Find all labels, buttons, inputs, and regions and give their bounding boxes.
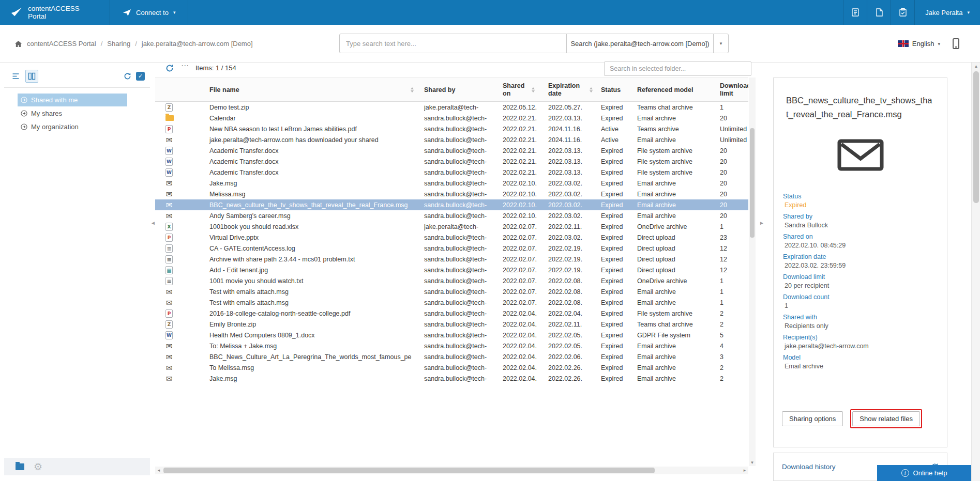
breadcrumb-sharing[interactable]: Sharing bbox=[107, 40, 130, 48]
table-row[interactable]: To: Melissa + Jake.msgsandra.bullock@tec… bbox=[155, 340, 748, 351]
download-limit-cell: 4 bbox=[720, 343, 748, 350]
detail-label: Shared with bbox=[783, 314, 938, 321]
connect-to-label: Connect to bbox=[136, 9, 169, 17]
sidebar-item-shared-with-me[interactable]: Shared with me bbox=[18, 94, 127, 106]
page-scrollbar[interactable]: ▲ bbox=[971, 63, 980, 481]
table-row[interactable]: Calendarsandra.bullock@tech-2022.02.21.2… bbox=[155, 113, 748, 123]
text-file-icon bbox=[165, 244, 173, 253]
collapse-panel-handle[interactable]: ► bbox=[759, 220, 764, 226]
list-view-button[interactable] bbox=[9, 70, 22, 83]
table-row[interactable]: CA - GATE.contentAccess.logsandra.bulloc… bbox=[155, 243, 748, 254]
details-title: BBC_news_culture_the_tv_shows_that_revea… bbox=[774, 78, 947, 121]
table-row[interactable]: Emily Bronte.zipsandra.bullock@tech-2022… bbox=[155, 319, 748, 330]
column-view-button[interactable] bbox=[25, 70, 38, 83]
column-header-referenced-model[interactable]: Referenced model bbox=[637, 86, 720, 94]
column-header-file-name[interactable]: File name bbox=[209, 86, 424, 94]
app-logo[interactable]: contentACCESS Portal bbox=[0, 0, 110, 25]
table-row[interactable]: Melissa.msgsandra.bullock@tech-2022.02.1… bbox=[155, 189, 748, 199]
table-row[interactable]: 2016-18-college-catalog-north-seattle-co… bbox=[155, 308, 748, 319]
expand-arrow-icon bbox=[21, 110, 27, 117]
scrollbar-thumb[interactable] bbox=[163, 468, 655, 473]
sort-icon[interactable] bbox=[532, 87, 535, 92]
text-file-icon bbox=[165, 277, 173, 285]
table-row[interactable]: To Melissa.msgsandra.bullock@tech-2022.0… bbox=[155, 362, 748, 373]
refresh-tree-button[interactable] bbox=[124, 72, 131, 80]
table-row[interactable]: Test with emails attach.msgsandra.bulloc… bbox=[155, 286, 748, 297]
table-row[interactable]: jake.peralta@tech-arrow.com has download… bbox=[155, 134, 748, 145]
table-row[interactable]: Add - Edit tenant.jpgsandra.bullock@tech… bbox=[155, 265, 748, 275]
column-header-download-limit[interactable]: Download limit bbox=[720, 82, 748, 97]
table-row[interactable]: Test with emails attach.msgsandra.bulloc… bbox=[155, 297, 748, 308]
email-file-icon bbox=[165, 299, 173, 307]
export-report-button[interactable] bbox=[843, 0, 867, 25]
scroll-down-arrow-icon[interactable]: ▼ bbox=[749, 460, 756, 465]
detail-value: 1 bbox=[783, 302, 938, 309]
user-menu[interactable]: Jake Peralta ▾ bbox=[914, 0, 980, 25]
settings-gear-icon[interactable]: ⚙ bbox=[34, 462, 42, 472]
home-icon[interactable] bbox=[14, 40, 22, 48]
collapse-sidebar-handle[interactable]: ◄ bbox=[150, 220, 156, 226]
breadcrumb-portal[interactable]: contentACCESS Portal bbox=[27, 40, 96, 48]
show-related-files-button[interactable]: Show related files bbox=[852, 411, 920, 426]
column-header-status[interactable]: Status bbox=[601, 86, 637, 94]
download-limit-cell: 2 bbox=[720, 310, 748, 317]
table-row[interactable]: Health Med Computers 0809_1.docxsandra.b… bbox=[155, 330, 748, 340]
scroll-up-arrow-icon[interactable]: ▲ bbox=[972, 64, 980, 69]
email-file-icon bbox=[165, 342, 173, 350]
table-row[interactable]: Archive with share path 2.3.44 - mcs01 p… bbox=[155, 254, 748, 265]
table-vertical-scrollbar[interactable]: ▼ bbox=[749, 77, 756, 466]
scroll-right-arrow-icon[interactable]: ▸ bbox=[741, 467, 748, 474]
table-row[interactable]: New NBA season to test LeBron James abil… bbox=[155, 123, 748, 134]
sidebar-item-my-shares[interactable]: My shares bbox=[18, 107, 127, 120]
status-cell: Expired bbox=[601, 180, 637, 187]
shared-by-cell: jake.peralta@tech- bbox=[424, 104, 503, 111]
tasks-button[interactable] bbox=[891, 0, 914, 25]
email-file-icon bbox=[165, 190, 173, 198]
table-row[interactable]: Virtual Drive.pptxsandra.bullock@tech-20… bbox=[155, 232, 748, 243]
download-limit-cell: 20 bbox=[720, 191, 748, 198]
column-header-shared-by[interactable]: Shared by bbox=[424, 86, 503, 94]
sort-icon[interactable] bbox=[590, 87, 593, 92]
file-name-cell: Archive with share path 2.3.44 - mcs01 p… bbox=[209, 256, 424, 263]
search-button[interactable]: Search (jake.peralta@tech-arrow.com [Dem… bbox=[566, 34, 714, 53]
column-header-shared-on[interactable]: Shared on bbox=[503, 82, 548, 97]
table-row[interactable]: Demo test.zipjake.peralta@tech-2022.05.1… bbox=[155, 102, 748, 113]
sharing-options-button[interactable]: Sharing options bbox=[782, 411, 843, 426]
online-help-button[interactable]: i Online help bbox=[877, 465, 971, 481]
scrollbar-thumb[interactable] bbox=[750, 128, 755, 238]
select-mode-button[interactable]: ✓ bbox=[136, 72, 145, 81]
email-file-icon bbox=[837, 137, 884, 173]
mobile-icon[interactable] bbox=[953, 38, 959, 49]
referenced-model-cell: File system archive bbox=[637, 158, 720, 165]
more-options-button[interactable]: ⋯ bbox=[181, 61, 189, 70]
sidebar-item-my-organization[interactable]: My organization bbox=[18, 120, 127, 133]
detail-value: 2022.03.02. 23:59:59 bbox=[783, 262, 938, 269]
table-row[interactable]: Academic Transfer.docxsandra.bullock@tec… bbox=[155, 145, 748, 156]
folder-icon[interactable] bbox=[16, 463, 24, 470]
table-horizontal-scrollbar[interactable]: ◂ ▸ bbox=[155, 467, 748, 474]
detail-value: Sandra Bullock bbox=[783, 222, 938, 229]
column-header-expiration-date[interactable]: Expiration date bbox=[548, 82, 601, 97]
search-input[interactable] bbox=[339, 34, 567, 53]
folder-search-input[interactable] bbox=[604, 61, 751, 76]
scroll-left-arrow-icon[interactable]: ◂ bbox=[155, 467, 162, 474]
language-selector[interactable]: English ▾ bbox=[898, 40, 940, 48]
table-row[interactable]: 1001 movie you should watch.txtsandra.bu… bbox=[155, 275, 748, 286]
detail-value: jake.peralta@tech-arrow.com bbox=[783, 343, 938, 350]
expiration-date-cell: 2022.02.08. bbox=[548, 299, 601, 306]
table-row[interactable]: 1001book you should read.xlsxjake.peralt… bbox=[155, 221, 748, 232]
table-row[interactable]: BBC_news_culture_the_tv_shows_that_revea… bbox=[155, 199, 748, 210]
table-row[interactable]: BBC_News_Culture_Art_La_Peregrina_The_wo… bbox=[155, 351, 748, 362]
table-row[interactable]: Andy Samberg's career.msgsandra.bullock@… bbox=[155, 210, 748, 221]
table-row[interactable]: Jake.msgsandra.bullock@tech-2022.02.04.2… bbox=[155, 373, 748, 384]
connect-to-menu[interactable]: Connect to ▾ bbox=[110, 0, 188, 25]
sort-icon[interactable] bbox=[411, 87, 414, 92]
refresh-list-button[interactable] bbox=[165, 64, 174, 72]
image-file-icon bbox=[165, 266, 173, 274]
table-row[interactable]: Jake.msgsandra.bullock@tech-2022.02.10.2… bbox=[155, 178, 748, 189]
scrollbar-thumb[interactable] bbox=[973, 71, 979, 203]
table-row[interactable]: Academic Transfer.docxsandra.bullock@tec… bbox=[155, 167, 748, 178]
document-button[interactable] bbox=[867, 0, 891, 25]
table-row[interactable]: Academic Transfer.docxsandra.bullock@tec… bbox=[155, 156, 748, 167]
search-scope-dropdown[interactable]: ▾ bbox=[713, 34, 729, 53]
